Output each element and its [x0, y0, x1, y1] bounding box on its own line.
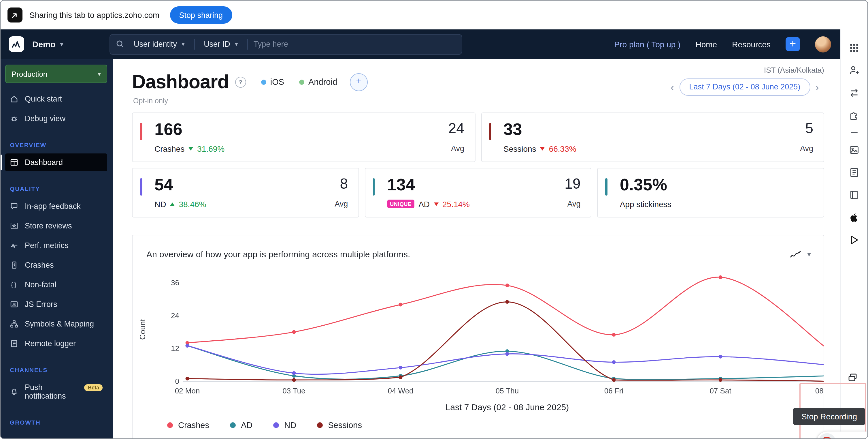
svg-text:12: 12	[171, 344, 179, 353]
avg-label: Avg	[800, 145, 813, 153]
sidebar-item-symbols-mapping[interactable]: Symbols & Mapping	[5, 315, 107, 333]
sidebar-item-store-reviews[interactable]: Store reviews	[5, 217, 107, 235]
sidebar-item-label: JS Errors	[25, 300, 57, 309]
stat-value: 54	[154, 176, 173, 195]
user-identity-dropdown[interactable]: User identity ▾	[129, 40, 189, 49]
sidebar-item-label: Debug view	[25, 114, 65, 123]
trend-icon	[188, 147, 193, 151]
gallery-icon[interactable]	[848, 144, 860, 156]
app-window: Sharing this tab to apptics.zoho.com Sto…	[0, 0, 868, 439]
stat-card-app-stickiness[interactable]: 0.35% App stickiness	[597, 168, 824, 217]
windows-icon[interactable]	[847, 373, 858, 384]
sidebar-item-label: Dashboard	[25, 158, 63, 167]
swap-icon[interactable]	[848, 87, 860, 99]
project-name: Demo	[32, 39, 56, 49]
help-icon[interactable]: ?	[235, 77, 246, 87]
stat-avg-value: 5	[805, 121, 813, 137]
chart-caption: Last 7 Days (02 - 08 June 2025)	[132, 402, 824, 412]
apptics-logo-icon[interactable]	[9, 36, 24, 52]
stat-card-nd[interactable]: 54 8 ND 38.46% Avg	[132, 168, 359, 217]
opt-in-label: Opt-in only	[133, 97, 824, 105]
accent-bar	[373, 178, 375, 196]
sidebar-item-remote-logger[interactable]: Remote logger	[5, 334, 107, 352]
accent-bar	[140, 178, 142, 196]
log-icon	[10, 339, 19, 348]
svg-text:Count: Count	[138, 319, 147, 340]
svg-text:0: 0	[175, 377, 179, 386]
legend-item-ad[interactable]: AD	[230, 420, 252, 430]
overview-line-chart[interactable]: 0122436Count02 Mon03 Tue04 Wed05 Thu06 F…	[132, 266, 824, 400]
svg-text:04 Wed: 04 Wed	[388, 386, 413, 395]
google-play-icon[interactable]	[848, 234, 860, 246]
project-selector[interactable]: Demo ▾	[32, 39, 101, 49]
main-content: Dashboard ? iOS Android + IST (Asia/Kol	[113, 59, 840, 438]
add-platform-button[interactable]: +	[350, 73, 368, 91]
line-chart-icon	[790, 249, 802, 258]
screen-share-icon	[7, 7, 23, 23]
guide-book-icon[interactable]	[848, 189, 860, 201]
chart-type-selector[interactable]: ▾	[790, 249, 811, 258]
add-button[interactable]: +	[785, 37, 800, 51]
legend-item-crashes[interactable]: Crashes	[167, 420, 209, 430]
stat-card-sessions[interactable]: 33 5 Sessions 66.33% Avg	[481, 113, 824, 162]
sidebar-item-label: Push notifications	[25, 383, 75, 400]
sidebar-item-label: Crashes	[25, 261, 54, 269]
date-prev-icon[interactable]: ‹	[665, 82, 680, 93]
legend-dot	[317, 422, 323, 428]
sidebar-item-push-notifications[interactable]: Push notifications Beta	[5, 378, 107, 405]
chevron-down-icon: ▾	[235, 40, 238, 48]
sidebar-item-non-fatal[interactable]: { } Non-fatal	[5, 276, 107, 294]
apps-grid-icon[interactable]	[848, 42, 860, 54]
stop-sharing-button[interactable]: Stop sharing	[170, 6, 232, 24]
accent-bar	[606, 178, 608, 196]
trend-icon	[434, 203, 438, 206]
document-icon[interactable]	[848, 167, 860, 178]
trend-icon	[170, 203, 175, 206]
legend-label: AD	[241, 420, 252, 430]
legend-item-sessions[interactable]: Sessions	[317, 420, 362, 430]
pro-plan-topup-link[interactable]: Pro plan ( Top up )	[614, 39, 681, 49]
stop-recording-button[interactable]: Stop Recording	[793, 408, 865, 425]
search-input[interactable]	[252, 39, 456, 49]
user-id-dropdown[interactable]: User ID ▾	[199, 40, 243, 49]
sidebar-item-dashboard[interactable]: Dashboard	[5, 153, 107, 171]
stat-avg-value: 8	[340, 176, 348, 192]
stat-label: Crashes	[154, 144, 184, 153]
sidebar-item-debug-view[interactable]: Debug view	[5, 110, 107, 127]
crash-icon	[10, 261, 19, 269]
sidebar-item-crashes[interactable]: Crashes	[5, 256, 107, 274]
stat-card-ad[interactable]: 134 19 UNIQUE AD 25.14% Avg	[365, 168, 591, 217]
sidebar-item-quick-start[interactable]: Quick start	[5, 90, 107, 108]
stat-card-crashes[interactable]: 166 24 Crashes 31.69% Avg	[132, 113, 475, 162]
legend-label: Sessions	[328, 420, 362, 430]
extensions-icon[interactable]	[848, 110, 860, 121]
recording-timer[interactable]: 04:52	[816, 432, 867, 439]
svg-text:JS: JS	[12, 303, 16, 306]
chevron-down-icon: ▾	[182, 40, 185, 48]
stat-percent: 66.33%	[549, 144, 576, 153]
tab-sharing-bar: Sharing this tab to apptics.zoho.com Sto…	[1, 1, 867, 29]
stat-avg-value: 24	[448, 121, 464, 137]
overview-chart-card: An overview of how your app is performin…	[132, 235, 824, 438]
app-header: Demo ▾ User identity ▾ User ID ▾	[1, 29, 840, 59]
nav-resources[interactable]: Resources	[732, 39, 771, 49]
sidebar-item-in-app-feedback[interactable]: In-app feedback	[5, 197, 107, 215]
stat-value: 0.35%	[620, 176, 667, 195]
chart-legend: CrashesADNDSessions	[167, 420, 824, 430]
sidebar-item-perf-metrics[interactable]: Perf. metrics	[5, 236, 107, 255]
environment-selector[interactable]: Production ▾	[5, 65, 107, 83]
platform-ios: iOS	[261, 77, 284, 87]
recording-time: 04:52	[839, 437, 861, 439]
bug-icon	[10, 114, 19, 123]
nav-home[interactable]: Home	[695, 39, 717, 49]
legend-item-nd[interactable]: ND	[273, 420, 296, 430]
avatar[interactable]	[815, 36, 831, 52]
search-icon	[116, 40, 124, 49]
apple-icon[interactable]	[848, 212, 860, 223]
add-user-icon[interactable]	[848, 65, 860, 76]
sidebar-item-js-errors[interactable]: JS JS Errors	[5, 295, 107, 313]
date-next-icon[interactable]: ›	[810, 82, 824, 93]
date-range-selector[interactable]: Last 7 Days (02 - 08 June 2025)	[680, 79, 810, 96]
record-button[interactable]	[818, 433, 835, 439]
svg-text:02 Mon: 02 Mon	[175, 386, 200, 395]
